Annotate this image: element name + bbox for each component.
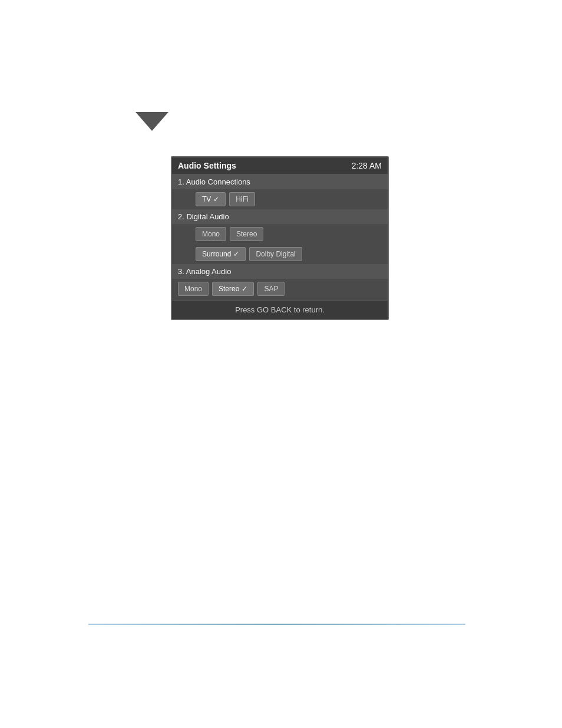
dolby-digital-label: Dolby Digital	[256, 250, 295, 258]
digital-mono-label: Mono	[202, 230, 220, 238]
analog-stereo-checkmark: ✓	[242, 285, 247, 293]
surround-label: Surround	[202, 250, 231, 258]
digital-mono-option[interactable]: Mono	[196, 227, 226, 241]
tv-checkmark: ✓	[213, 195, 219, 203]
analog-audio-options: Mono Stereo ✓ SAP	[172, 279, 388, 299]
audio-settings-dialog: Audio Settings 2:28 AM 1. Audio Connecti…	[171, 156, 389, 320]
analog-stereo-label: Stereo	[219, 285, 239, 293]
dialog-footer: Press GO BACK to return.	[172, 300, 388, 319]
sap-label: SAP	[264, 285, 278, 293]
surround-option[interactable]: Surround ✓	[196, 247, 246, 261]
dialog-title: Audio Settings	[178, 161, 236, 170]
section2-label: 2. Digital Audio	[178, 212, 229, 221]
dialog-header: Audio Settings 2:28 AM	[172, 157, 388, 174]
dialog-time: 2:28 AM	[352, 161, 382, 170]
tv-option[interactable]: TV ✓	[196, 192, 226, 206]
section-audio-connections: 1. Audio Connections	[172, 174, 388, 189]
surround-checkmark: ✓	[233, 250, 239, 258]
analog-stereo-option[interactable]: Stereo ✓	[212, 282, 254, 296]
footer-text: Press GO BACK to return.	[235, 305, 325, 314]
section1-label: 1. Audio Connections	[178, 177, 250, 186]
digital-audio-row1: Mono Stereo	[172, 224, 388, 244]
dolby-digital-option[interactable]: Dolby Digital	[249, 247, 302, 261]
stereo-option[interactable]: Stereo	[230, 227, 263, 241]
analog-mono-label: Mono	[184, 285, 202, 293]
digital-audio-row2: Surround ✓ Dolby Digital	[172, 244, 388, 264]
stereo-label: Stereo	[236, 230, 257, 238]
analog-mono-option[interactable]: Mono	[178, 282, 209, 296]
hifi-option[interactable]: HiFi	[229, 192, 254, 206]
bottom-divider	[88, 624, 465, 625]
down-arrow-icon	[135, 112, 168, 131]
section3-label: 3. Analog Audio	[178, 267, 231, 276]
tv-label: TV	[202, 195, 211, 203]
hifi-label: HiFi	[236, 195, 248, 203]
section-analog-audio: 3. Analog Audio	[172, 264, 388, 279]
section-digital-audio: 2. Digital Audio	[172, 209, 388, 224]
audio-connections-options: TV ✓ HiFi	[172, 189, 388, 209]
sap-option[interactable]: SAP	[257, 282, 285, 296]
